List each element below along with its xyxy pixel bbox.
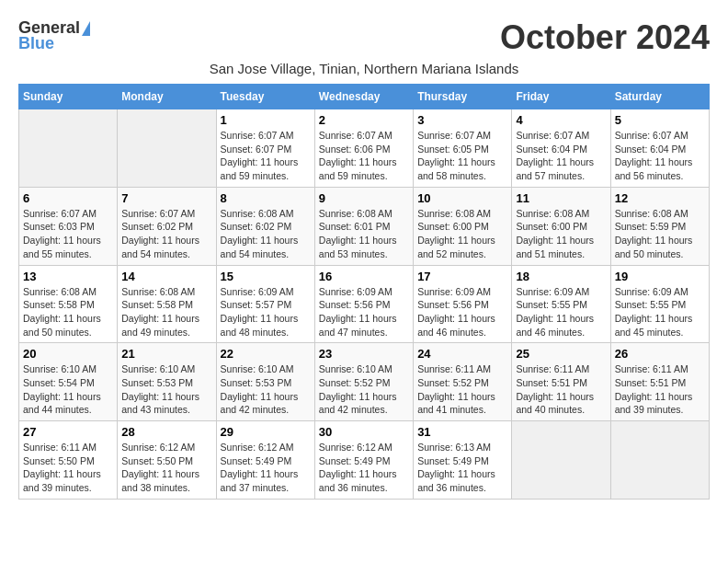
title-block: October 2024 (500, 18, 710, 57)
day-number: 4 (516, 113, 606, 127)
day-cell: 8Sunrise: 6:08 AM Sunset: 6:02 PM Daylig… (216, 187, 314, 265)
day-number: 17 (417, 270, 507, 283)
day-info: Sunrise: 6:10 AM Sunset: 5:54 PM Dayligh… (23, 362, 113, 417)
day-number: 27 (23, 425, 113, 439)
logo: General Blue (18, 18, 90, 53)
day-number: 18 (516, 270, 606, 283)
day-cell (118, 109, 216, 188)
day-cell: 15Sunrise: 6:09 AM Sunset: 5:57 PM Dayli… (216, 265, 314, 343)
day-info: Sunrise: 6:07 AM Sunset: 6:04 PM Dayligh… (615, 129, 705, 183)
col-header-wednesday: Wednesday (314, 85, 413, 109)
day-info: Sunrise: 6:07 AM Sunset: 6:04 PM Dayligh… (516, 129, 606, 183)
day-cell: 26Sunrise: 6:11 AM Sunset: 5:51 PM Dayli… (610, 343, 709, 421)
col-header-friday: Friday (512, 85, 610, 109)
day-number: 7 (121, 191, 211, 205)
day-info: Sunrise: 6:10 AM Sunset: 5:53 PM Dayligh… (121, 362, 211, 417)
subtitle: San Jose Village, Tinian, Northern Maria… (18, 61, 710, 76)
day-number: 29 (221, 425, 311, 439)
day-info: Sunrise: 6:11 AM Sunset: 5:51 PM Dayligh… (516, 362, 606, 417)
day-info: Sunrise: 6:07 AM Sunset: 6:07 PM Dayligh… (221, 129, 311, 183)
day-cell: 2Sunrise: 6:07 AM Sunset: 6:06 PM Daylig… (314, 109, 413, 188)
day-info: Sunrise: 6:08 AM Sunset: 6:01 PM Dayligh… (319, 207, 409, 261)
day-number: 25 (516, 347, 606, 361)
col-header-sunday: Sunday (19, 85, 118, 109)
day-number: 16 (319, 270, 409, 283)
day-number: 31 (417, 425, 507, 439)
day-info: Sunrise: 6:12 AM Sunset: 5:49 PM Dayligh… (221, 441, 311, 495)
day-number: 26 (615, 347, 705, 361)
week-row-4: 20Sunrise: 6:10 AM Sunset: 5:54 PM Dayli… (19, 343, 710, 421)
week-row-5: 27Sunrise: 6:11 AM Sunset: 5:50 PM Dayli… (19, 421, 710, 500)
day-info: Sunrise: 6:12 AM Sunset: 5:49 PM Dayligh… (319, 441, 409, 495)
day-number: 10 (417, 191, 507, 205)
day-info: Sunrise: 6:10 AM Sunset: 5:52 PM Dayligh… (319, 362, 409, 417)
day-cell (512, 421, 610, 500)
day-cell: 24Sunrise: 6:11 AM Sunset: 5:52 PM Dayli… (414, 343, 512, 421)
week-row-2: 6Sunrise: 6:07 AM Sunset: 6:03 PM Daylig… (19, 187, 710, 265)
month-title: October 2024 (500, 18, 710, 57)
day-number: 24 (417, 347, 507, 361)
day-cell: 4Sunrise: 6:07 AM Sunset: 6:04 PM Daylig… (512, 109, 610, 188)
day-number: 11 (516, 191, 606, 205)
day-info: Sunrise: 6:09 AM Sunset: 5:57 PM Dayligh… (221, 285, 311, 339)
day-cell: 5Sunrise: 6:07 AM Sunset: 6:04 PM Daylig… (610, 109, 709, 188)
day-cell: 12Sunrise: 6:08 AM Sunset: 5:59 PM Dayli… (610, 187, 709, 265)
col-header-tuesday: Tuesday (216, 85, 314, 109)
day-cell: 23Sunrise: 6:10 AM Sunset: 5:52 PM Dayli… (314, 343, 413, 421)
week-row-1: 1Sunrise: 6:07 AM Sunset: 6:07 PM Daylig… (19, 109, 710, 188)
day-number: 9 (319, 191, 409, 205)
day-cell: 25Sunrise: 6:11 AM Sunset: 5:51 PM Dayli… (512, 343, 610, 421)
day-info: Sunrise: 6:11 AM Sunset: 5:50 PM Dayligh… (23, 441, 113, 495)
day-info: Sunrise: 6:08 AM Sunset: 5:58 PM Dayligh… (23, 285, 113, 339)
day-number: 6 (23, 191, 113, 205)
day-number: 13 (23, 270, 113, 283)
day-number: 15 (221, 270, 311, 283)
day-info: Sunrise: 6:13 AM Sunset: 5:49 PM Dayligh… (417, 441, 507, 495)
day-cell: 20Sunrise: 6:10 AM Sunset: 5:54 PM Dayli… (19, 343, 118, 421)
day-cell: 30Sunrise: 6:12 AM Sunset: 5:49 PM Dayli… (314, 421, 413, 500)
day-info: Sunrise: 6:12 AM Sunset: 5:50 PM Dayligh… (121, 441, 211, 495)
day-cell: 21Sunrise: 6:10 AM Sunset: 5:53 PM Dayli… (118, 343, 216, 421)
day-number: 8 (221, 191, 311, 205)
day-number: 23 (319, 347, 409, 361)
day-info: Sunrise: 6:10 AM Sunset: 5:53 PM Dayligh… (221, 362, 311, 417)
header: General Blue October 2024 (18, 18, 710, 57)
day-number: 12 (615, 191, 705, 205)
day-number: 14 (121, 270, 211, 283)
day-cell: 13Sunrise: 6:08 AM Sunset: 5:58 PM Dayli… (19, 265, 118, 343)
day-info: Sunrise: 6:07 AM Sunset: 6:05 PM Dayligh… (417, 129, 507, 183)
day-number: 19 (615, 270, 705, 283)
day-cell: 6Sunrise: 6:07 AM Sunset: 6:03 PM Daylig… (19, 187, 118, 265)
day-cell: 22Sunrise: 6:10 AM Sunset: 5:53 PM Dayli… (216, 343, 314, 421)
col-header-saturday: Saturday (610, 85, 709, 109)
day-info: Sunrise: 6:07 AM Sunset: 6:03 PM Dayligh… (23, 207, 113, 261)
day-info: Sunrise: 6:09 AM Sunset: 5:56 PM Dayligh… (417, 285, 507, 339)
day-info: Sunrise: 6:08 AM Sunset: 6:00 PM Dayligh… (516, 207, 606, 261)
day-cell: 27Sunrise: 6:11 AM Sunset: 5:50 PM Dayli… (19, 421, 118, 500)
day-number: 20 (23, 347, 113, 361)
day-info: Sunrise: 6:09 AM Sunset: 5:55 PM Dayligh… (516, 285, 606, 339)
day-cell: 31Sunrise: 6:13 AM Sunset: 5:49 PM Dayli… (414, 421, 512, 500)
day-number: 3 (417, 113, 507, 127)
day-cell: 28Sunrise: 6:12 AM Sunset: 5:50 PM Dayli… (118, 421, 216, 500)
day-cell: 1Sunrise: 6:07 AM Sunset: 6:07 PM Daylig… (216, 109, 314, 188)
day-cell: 17Sunrise: 6:09 AM Sunset: 5:56 PM Dayli… (414, 265, 512, 343)
day-info: Sunrise: 6:08 AM Sunset: 6:02 PM Dayligh… (221, 207, 311, 261)
day-cell: 29Sunrise: 6:12 AM Sunset: 5:49 PM Dayli… (216, 421, 314, 500)
day-info: Sunrise: 6:09 AM Sunset: 5:56 PM Dayligh… (319, 285, 409, 339)
day-cell: 19Sunrise: 6:09 AM Sunset: 5:55 PM Dayli… (610, 265, 709, 343)
day-info: Sunrise: 6:08 AM Sunset: 5:59 PM Dayligh… (615, 207, 705, 261)
day-cell: 3Sunrise: 6:07 AM Sunset: 6:05 PM Daylig… (414, 109, 512, 188)
day-cell (19, 109, 118, 188)
day-cell: 10Sunrise: 6:08 AM Sunset: 6:00 PM Dayli… (414, 187, 512, 265)
day-number: 2 (319, 113, 409, 127)
day-cell: 9Sunrise: 6:08 AM Sunset: 6:01 PM Daylig… (314, 187, 413, 265)
col-header-thursday: Thursday (414, 85, 512, 109)
calendar-table: SundayMondayTuesdayWednesdayThursdayFrid… (18, 84, 710, 500)
week-row-3: 13Sunrise: 6:08 AM Sunset: 5:58 PM Dayli… (19, 265, 710, 343)
day-cell: 14Sunrise: 6:08 AM Sunset: 5:58 PM Dayli… (118, 265, 216, 343)
day-number: 5 (615, 113, 705, 127)
days-header-row: SundayMondayTuesdayWednesdayThursdayFrid… (19, 85, 710, 109)
day-info: Sunrise: 6:07 AM Sunset: 6:06 PM Dayligh… (319, 129, 409, 183)
day-info: Sunrise: 6:11 AM Sunset: 5:51 PM Dayligh… (615, 362, 705, 417)
